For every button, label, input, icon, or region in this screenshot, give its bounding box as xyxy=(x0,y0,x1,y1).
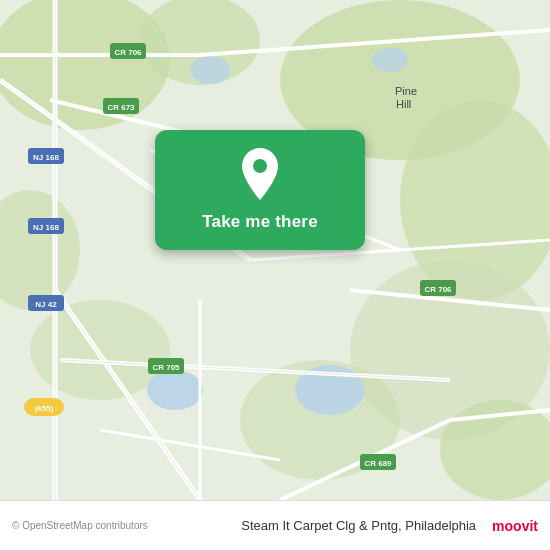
moovit-logo: moovit xyxy=(492,518,538,534)
road-badge-cr705: CR 705 xyxy=(152,363,180,372)
moovit-text: moovit xyxy=(492,518,538,534)
location-pin-icon xyxy=(237,148,283,200)
place-label-hill: Hill xyxy=(396,98,411,110)
svg-point-42 xyxy=(253,159,267,173)
road-badge-cr689: CR 689 xyxy=(364,459,392,468)
location-icon-wrapper xyxy=(234,148,286,200)
road-badge-cr706-bot: CR 706 xyxy=(424,285,452,294)
button-overlay: Take me there xyxy=(155,130,365,250)
road-badge-nj168-top: NJ 168 xyxy=(33,153,59,162)
bottom-bar: © OpenStreetMap contributors Steam It Ca… xyxy=(0,500,550,550)
place-label-pine-hill: Pine xyxy=(395,85,417,97)
road-badge-nj42: NJ 42 xyxy=(35,300,57,309)
location-name: Steam It Carpet Clg & Pntg, Philadelphia xyxy=(241,518,476,533)
road-badge-655: (655) xyxy=(35,404,54,413)
map-container: CR 706 CR 673 NJ 168 NJ 168 NJ 42 CR 705… xyxy=(0,0,550,500)
take-me-there-button[interactable]: Take me there xyxy=(202,210,318,234)
road-badge-cr706-top: CR 706 xyxy=(114,48,142,57)
svg-point-11 xyxy=(147,370,203,410)
svg-point-13 xyxy=(372,48,408,72)
copyright-text: © OpenStreetMap contributors xyxy=(12,520,148,531)
road-badge-nj168-mid: NJ 168 xyxy=(33,223,59,232)
svg-point-12 xyxy=(190,56,230,84)
road-badge-cr673: CR 673 xyxy=(107,103,135,112)
